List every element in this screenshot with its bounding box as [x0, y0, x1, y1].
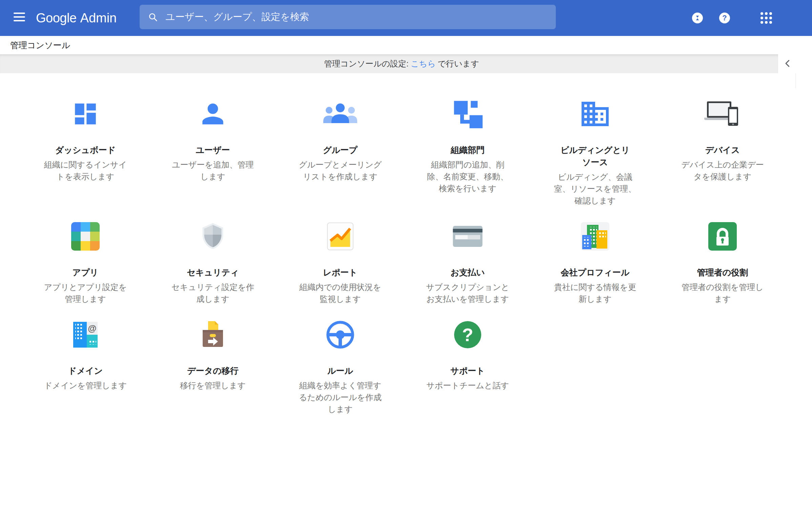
help-button[interactable]: ? [719, 13, 730, 23]
header-actions: ? [692, 0, 772, 36]
tile-desc: 組織内での使用状況を監視します [298, 281, 383, 305]
svg-text:?: ? [462, 325, 473, 345]
svg-text:@: @ [88, 323, 96, 333]
tile-title[interactable]: グループ [304, 144, 376, 156]
tile-billing[interactable]: お支払い サブスクリプションとお支払いを管理します [404, 213, 531, 312]
tile-title[interactable]: 会社プロフィール [559, 266, 631, 278]
tile-buildings-resources[interactable]: ビルディングとリソース ビルディング、会議室、リソースを管理、確認します [531, 91, 659, 213]
app-header: Google Admin ? [0, 0, 812, 36]
notice-link[interactable]: こちら [411, 58, 436, 69]
tile-title[interactable]: 管理者の役割 [687, 266, 758, 278]
data-migration-icon [149, 318, 277, 351]
tile-title[interactable]: 組織部門 [432, 144, 504, 156]
google-admin-logo: Google Admin [36, 0, 117, 36]
tile-org-units[interactable]: 組織部門 組織部門の追加、削除、名前変更、移動、検索を行います [404, 91, 531, 213]
lock-icon [659, 220, 786, 253]
tile-admin-roles[interactable]: 管理者の役割 管理者の役割を管理します [659, 213, 786, 312]
tile-title[interactable]: デバイス [687, 144, 758, 156]
tile-title[interactable]: ビルディングとリソース [559, 144, 631, 168]
menu-icon[interactable] [14, 12, 26, 24]
steering-wheel-icon [277, 318, 404, 351]
buildings-icon [531, 98, 659, 130]
domains-icon: @ [22, 318, 149, 351]
tile-desc: 移行を管理します [170, 379, 256, 391]
tile-desc: ビルディング、会議室、リソースを管理、確認します [552, 171, 638, 207]
tile-desc: 貴社に関する情報を更新します [552, 281, 638, 305]
tile-title[interactable]: ドメイン [49, 365, 121, 377]
reports-chart-icon [277, 220, 404, 253]
breadcrumb-label: 管理コンソール [10, 40, 70, 51]
collapse-panel-button[interactable] [781, 58, 794, 70]
panel-divider [795, 73, 796, 88]
notice-prefix: 管理コンソールの設定: [324, 58, 408, 69]
tile-company-profile[interactable]: 会社プロフィール 貴社に関する情報を更新します [531, 213, 659, 312]
tile-reports[interactable]: レポート 組織内での使用状況を監視します [277, 213, 404, 312]
breadcrumb: 管理コンソール [0, 36, 812, 54]
tile-data-migration[interactable]: データの移行 移行を管理します [149, 312, 277, 422]
hourglass-icon [694, 15, 701, 21]
tile-desc: サポートチームと話す [425, 379, 510, 391]
tile-title[interactable]: ルール [304, 365, 376, 377]
tile-desc: アプリとアプリ設定を管理します [43, 281, 128, 305]
tile-desc: ドメインを管理します [43, 379, 128, 391]
tile-security[interactable]: セキュリティ セキュリティ設定を作成します [149, 213, 277, 312]
security-shield-icon [149, 220, 277, 253]
account-avatar[interactable] [692, 13, 703, 23]
tile-title[interactable]: ユーザー [177, 144, 249, 156]
tile-desc: セキュリティ設定を作成します [170, 281, 256, 305]
tile-desc: 組織を効率よく管理するためのルールを作成します [298, 379, 383, 415]
search-input[interactable] [165, 12, 548, 22]
tile-groups[interactable]: グループ グループとメーリングリストを作成します [277, 91, 404, 213]
tile-title[interactable]: アプリ [49, 266, 121, 278]
search-icon [148, 12, 158, 22]
company-profile-icon [531, 220, 659, 253]
dashboard-icon [22, 98, 149, 130]
logo-google-text: Google [36, 11, 77, 25]
devices-icon [659, 98, 786, 130]
credit-card-icon [404, 220, 531, 253]
logo-admin-text: Admin [80, 11, 117, 25]
org-units-icon [404, 98, 531, 130]
tile-title[interactable]: セキュリティ [177, 266, 249, 278]
admin-tiles-grid: ダッシュボード 組織に関するインサイトを表示します ユーザー ユーザーを追加、管… [0, 73, 812, 422]
question-mark-icon: ? [722, 14, 727, 22]
tile-domains[interactable]: @ ドメイン ドメインを管理します [22, 312, 149, 422]
admin-search-bar[interactable] [140, 5, 556, 29]
tile-support[interactable]: ? サポート サポートチームと話す [404, 312, 531, 422]
tile-desc: 組織部門の追加、削除、名前変更、移動、検索を行います [425, 159, 510, 194]
chevron-left-icon [783, 58, 793, 69]
tile-users[interactable]: ユーザー ユーザーを追加、管理します [149, 91, 277, 213]
tile-title[interactable]: レポート [304, 266, 376, 278]
apps-icon [22, 220, 149, 253]
notice-suffix: で行います [438, 58, 479, 69]
tile-title[interactable]: サポート [432, 365, 504, 377]
tile-title[interactable]: ダッシュボード [49, 144, 121, 156]
tile-apps[interactable]: アプリ アプリとアプリ設定を管理します [22, 213, 149, 312]
notice-row: 管理コンソールの設定: こちら で行います [0, 54, 812, 73]
tile-rules[interactable]: ルール 組織を効率よく管理するためのルールを作成します [277, 312, 404, 422]
notice-bar: 管理コンソールの設定: こちら で行います [0, 54, 778, 73]
tile-desc: 管理者の役割を管理します [680, 281, 765, 305]
tile-devices[interactable]: デバイス デバイス上の企業データを保護します [659, 91, 786, 213]
tile-title[interactable]: データの移行 [177, 365, 249, 377]
tile-dashboard[interactable]: ダッシュボード 組織に関するインサイトを表示します [22, 91, 149, 213]
tile-desc: サブスクリプションとお支払いを管理します [425, 281, 510, 305]
tile-title[interactable]: お支払い [432, 266, 504, 278]
groups-icon [277, 98, 404, 130]
support-icon: ? [404, 318, 531, 351]
tile-desc: デバイス上の企業データを保護します [680, 159, 765, 182]
tile-desc: 組織に関するインサイトを表示します [43, 159, 128, 182]
tile-desc: グループとメーリングリストを作成します [298, 159, 383, 182]
apps-grid-icon[interactable] [760, 12, 772, 24]
tile-desc: ユーザーを追加、管理します [170, 159, 256, 182]
users-icon [149, 98, 277, 130]
